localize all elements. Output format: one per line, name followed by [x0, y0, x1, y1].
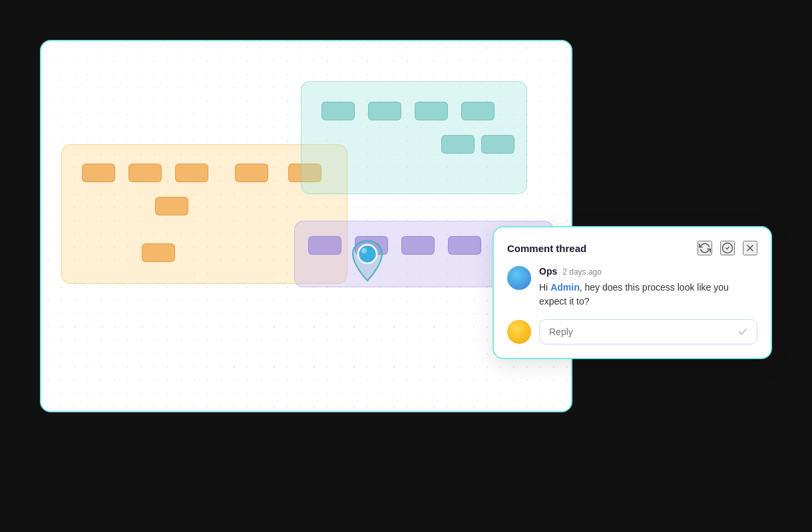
node-o7: [142, 243, 175, 262]
comment-mention: Admin: [550, 282, 580, 293]
node-t5: [441, 135, 475, 154]
teal-group: [301, 81, 527, 194]
node-o1: [82, 164, 115, 182]
comment-time: 2 days ago: [562, 267, 602, 277]
reply-send-button[interactable]: [735, 324, 751, 340]
canvas-panel: [40, 40, 572, 412]
node-p3: [401, 236, 435, 255]
svg-point-14: [358, 245, 377, 263]
node-t6: [481, 135, 514, 154]
node-p4: [448, 236, 481, 255]
comment-body: Ops 2 days ago Hi Admin, hey does this p…: [507, 266, 757, 309]
reply-area: [507, 319, 757, 344]
node-o3: [175, 164, 208, 182]
header-icons: [698, 241, 757, 255]
svg-point-15: [361, 248, 367, 253]
comment-thread-title: Comment thread: [507, 243, 586, 254]
comment-text-prefix: Hi: [539, 282, 550, 293]
close-icon[interactable]: [743, 241, 757, 255]
commenter-avatar: [507, 266, 531, 290]
reply-input[interactable]: [539, 319, 757, 344]
node-t3: [415, 102, 448, 120]
main-scene: Comment thread: [40, 40, 772, 492]
resolve-icon[interactable]: [720, 241, 735, 255]
reply-avatar: [507, 320, 531, 344]
comment-pin[interactable]: [347, 237, 387, 284]
node-t4: [461, 102, 495, 120]
node-o2: [128, 164, 162, 182]
node-o6: [155, 197, 188, 215]
node-p1: [308, 236, 341, 255]
node-t2: [368, 102, 401, 120]
comment-meta: Ops 2 days ago: [539, 266, 757, 277]
comment-header: Comment thread: [507, 241, 757, 255]
comment-content: Ops 2 days ago Hi Admin, hey does this p…: [539, 266, 757, 309]
refresh-icon[interactable]: [698, 241, 712, 255]
comment-panel: Comment thread: [493, 226, 772, 359]
node-t1: [321, 102, 355, 120]
reply-input-wrapper: [539, 319, 757, 344]
comment-text: Hi Admin, hey does this process look lik…: [539, 281, 757, 309]
node-o4: [235, 164, 268, 182]
comment-author: Ops: [539, 266, 557, 277]
